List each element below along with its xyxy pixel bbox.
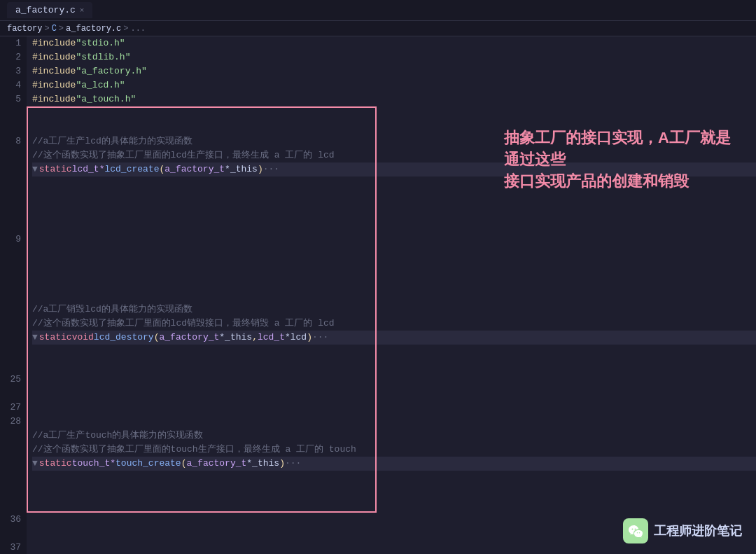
- blank-40: [32, 485, 756, 499]
- blank-11: [32, 191, 756, 205]
- code-line-25: //a工厂销毁lcd的具体能力的实现函数: [32, 303, 756, 317]
- code-line-cm-touch1: //这个函数实现了抽象工厂里面的touch生产接口，最终生成 a 工厂的 tou…: [32, 443, 756, 457]
- code-line-blank-6: [32, 106, 756, 120]
- wechat-icon: [623, 518, 648, 543]
- watermark-label: 工程师进阶笔记: [654, 522, 742, 539]
- annotation-top-right: 抽象工厂的接口实现，A工厂就是通过这些接口实现产品的创建和销毁: [504, 127, 742, 192]
- tab-label: a_factory.c: [15, 5, 76, 15]
- watermark: 工程师进阶笔记: [623, 518, 742, 543]
- blank-12: [32, 205, 756, 219]
- code-line-1: #include "stdio.h": [32, 36, 756, 50]
- blank-31: [32, 373, 756, 387]
- editor-area: 1 2 3 4 5 8 9 25 27 28: [0, 36, 756, 554]
- breadcrumb-file[interactable]: a_factory.c: [66, 24, 121, 34]
- code-content: 抽象工厂的接口实现，A工厂就是通过这些接口实现产品的创建和销毁 把这些接口分别赋…: [27, 36, 756, 554]
- title-bar: a_factory.c ×: [0, 0, 756, 21]
- blank-39: [32, 471, 756, 485]
- tab-a-factory[interactable]: a_factory.c ×: [7, 2, 92, 18]
- blank-15: [32, 247, 756, 261]
- line-numbers: 1 2 3 4 5 8 9 25 27 28: [0, 36, 27, 554]
- blank-34: [32, 415, 756, 429]
- code-line-36: //a工厂生产touch的具体能力的实现函数: [32, 429, 756, 443]
- blank-14: [32, 233, 756, 247]
- code-line-3: #include "a_factory.h": [32, 64, 756, 78]
- blank-30: [32, 359, 756, 373]
- blank-17: [32, 275, 756, 289]
- blank-41: [32, 499, 756, 513]
- tab-close-button[interactable]: ×: [80, 6, 85, 15]
- blank-18: [32, 289, 756, 303]
- code-line-28: ▼ static void lcd_destory(a_factory_t *_…: [32, 331, 756, 345]
- blank-32: [32, 387, 756, 401]
- code-line-2: #include "stdlib.h": [32, 50, 756, 64]
- breadcrumb: factory > C > a_factory.c > ...: [0, 21, 756, 36]
- blank-29: [32, 345, 756, 359]
- code-line-4: #include "a_lcd.h": [32, 78, 756, 92]
- blank-13: [32, 219, 756, 233]
- code-line-38: ▼ static touch_t* touch_create(a_factory…: [32, 457, 756, 471]
- breadcrumb-factory[interactable]: factory: [7, 24, 42, 34]
- blank-33: [32, 401, 756, 415]
- code-line-cm-lcd2: //这个函数实现了抽象工厂里面的lcd销毁接口，最终销毁 a 工厂的 lcd: [32, 317, 756, 331]
- breadcrumb-ellipsis: ...: [130, 24, 146, 34]
- breadcrumb-c[interactable]: C: [52, 24, 57, 34]
- code-line-5: #include "a_touch.h": [32, 92, 756, 106]
- blank-16: [32, 261, 756, 275]
